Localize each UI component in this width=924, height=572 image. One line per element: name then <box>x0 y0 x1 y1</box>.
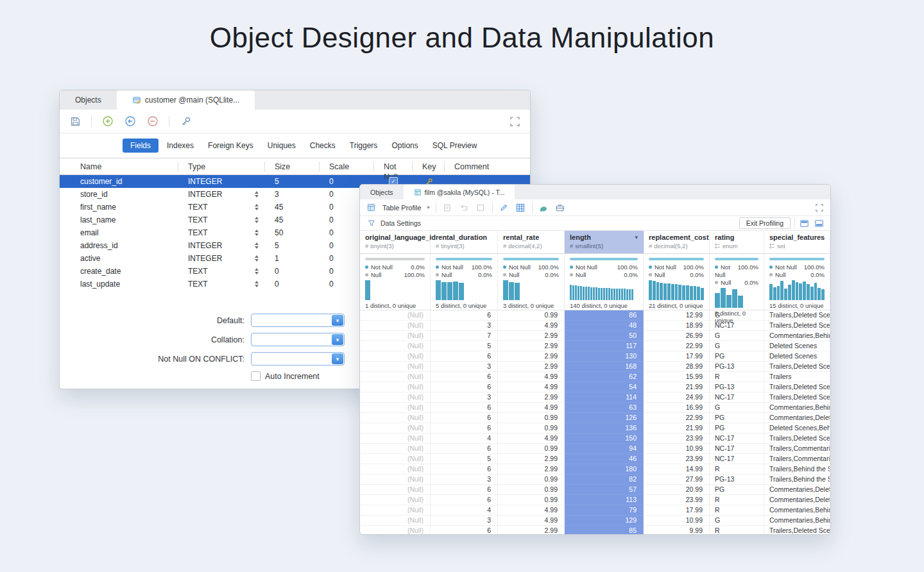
table-row[interactable]: (Null)32.9916828.99PG-13Trailers,Deleted… <box>360 362 830 372</box>
cell-special-features: Commentaries,Behind th <box>764 331 830 341</box>
table-row[interactable]: (Null)34.9912910.99GCommentaries,Behind … <box>360 516 830 526</box>
table-profile-label[interactable]: Table Profile <box>382 204 422 212</box>
collation-dropdown[interactable]: ▾ <box>251 333 345 346</box>
cell-special-features: Commentaries,Behind th <box>764 505 830 515</box>
show-top-panel-icon[interactable] <box>799 218 810 229</box>
field-type-value: TEXT <box>188 267 208 276</box>
type-spinner[interactable] <box>255 230 259 236</box>
auto-increment-checkbox[interactable] <box>251 371 261 381</box>
column-name: rental_rate <box>503 233 559 241</box>
cell-rating: G <box>710 341 764 351</box>
chevron-down-icon[interactable]: ▾ <box>332 353 343 364</box>
subtab-uniques[interactable]: Uniques <box>262 139 302 153</box>
type-spinner[interactable] <box>255 281 259 287</box>
table-row[interactable]: (Null)44.9915023.99NC-17Trailers,Deleted… <box>360 433 830 444</box>
field-type-cell: TEXT <box>178 228 265 237</box>
save-icon[interactable] <box>69 115 81 128</box>
primary-key-icon[interactable] <box>179 115 192 128</box>
cell-rental-duration: 5 <box>431 341 498 351</box>
column-header-rental_duration[interactable]: rental_duration#tinyint(3) <box>431 231 498 253</box>
cell-length: 129 <box>565 516 644 526</box>
table-row[interactable]: (Null)44.997917.99RCommentaries,Behind t… <box>360 505 830 516</box>
table-row[interactable]: (Null)62.9913017.99PGDeleted Scenes <box>360 351 830 362</box>
table-row[interactable]: (Null)72.995026.99GCommentaries,Behind t… <box>360 331 830 341</box>
exit-profiling-button[interactable]: Exit Profiling <box>739 217 791 229</box>
field-size-cell: 3 <box>265 190 320 199</box>
column-header-original_language_id[interactable]: original_language_id#tinyint(3) <box>360 231 431 253</box>
type-spinner[interactable] <box>255 268 259 274</box>
type-spinner[interactable] <box>255 255 259 262</box>
not-null-on-conflict-dropdown[interactable]: ▾ <box>251 352 345 366</box>
column-header-rental_rate[interactable]: rental_rate#decimal(4,2) <box>498 231 565 253</box>
table-row[interactable]: (Null)60.998612.99GTrailers,Deleted Scen… <box>360 310 830 321</box>
tools-menu-icon[interactable] <box>555 202 566 213</box>
profile-cell-rental_rate: Not Null100.0%Null0.0%3 distinct, 0 uniq… <box>498 254 565 310</box>
grid-view-icon[interactable] <box>515 202 526 213</box>
subtab-fields[interactable]: Fields <box>123 139 158 153</box>
table-row[interactable]: (Null)62.99859.99RTrailers,Deleted Scene… <box>360 526 830 535</box>
type-spinner[interactable] <box>255 204 259 210</box>
table-row[interactable]: (Null)64.996215.99RTrailers <box>360 372 830 382</box>
designer-tab-1[interactable]: customer @main (SQLlite... <box>117 90 255 110</box>
insert-field-icon[interactable] <box>124 115 137 128</box>
cell-length: 48 <box>565 321 644 331</box>
designer-tab-0[interactable]: Objects <box>60 90 117 110</box>
null-pct: 100.0% <box>404 271 425 279</box>
cell-special-features: Deleted Scenes <box>764 351 830 361</box>
table-row[interactable]: (Null)62.9918014.99RTrailers,Behind the … <box>360 464 830 475</box>
column-header-special_features[interactable]: special_featuresset <box>764 231 830 253</box>
cell-rental-rate: 4.99 <box>498 321 565 330</box>
cell-special-features: Commentaries,Behind th <box>764 403 830 412</box>
chevron-down-icon[interactable]: ▾ <box>332 334 343 345</box>
field-size-cell: 50 <box>265 228 320 237</box>
not-null-dot-icon <box>715 265 718 269</box>
chevron-down-icon[interactable]: ▾ <box>635 234 638 240</box>
delete-field-icon[interactable] <box>146 115 159 128</box>
fullscreen-icon[interactable] <box>814 202 825 213</box>
table-row[interactable]: (Null)34.994818.99NC-17Trailers,Deleted … <box>360 321 830 331</box>
table-row[interactable]: (Null)60.9912622.99PGCommentaries,Delete… <box>360 413 830 423</box>
table-row[interactable]: (Null)52.9911722.99GDeleted Scenes <box>360 341 830 351</box>
profiler-tab-0[interactable]: Objects <box>360 185 404 199</box>
subtab-triggers[interactable]: Triggers <box>344 139 384 153</box>
column-header-replacement_cost[interactable]: replacement_cost#decimal(5,2) <box>644 231 710 253</box>
table-row[interactable]: (Null)60.999410.99NC-17Trailers,Commenta… <box>360 444 830 454</box>
cell-rental-rate: 2.99 <box>498 331 565 341</box>
table-row[interactable]: (Null)60.9913621.99PGDeleted Scenes,Behi… <box>360 423 830 433</box>
chevron-down-icon[interactable]: ▾ <box>332 315 343 326</box>
subtab-foreign-keys[interactable]: Foreign Keys <box>202 139 259 153</box>
apply-changes-icon[interactable] <box>442 202 453 213</box>
fullscreen-icon[interactable] <box>508 115 521 128</box>
edit-icon[interactable] <box>499 202 509 213</box>
table-row[interactable]: (Null)52.994623.99NC-17Trailers,Commenta… <box>360 454 830 464</box>
subtab-options[interactable]: Options <box>386 139 424 153</box>
cell-original-language-id: (Null) <box>360 433 431 443</box>
default-dropdown[interactable]: ▾ <box>251 314 345 327</box>
column-header-rating[interactable]: ratingenum <box>710 231 764 253</box>
not-null-dot-icon <box>769 265 773 269</box>
data-settings-label[interactable]: Data Settings <box>381 219 421 227</box>
export-wizard-icon[interactable] <box>538 202 549 213</box>
stop-icon[interactable] <box>475 202 486 213</box>
table-row[interactable]: (Null)64.996316.99GCommentaries,Behind t… <box>360 403 830 413</box>
show-bottom-panel-icon[interactable] <box>814 218 825 229</box>
subtab-checks[interactable]: Checks <box>304 139 341 153</box>
distinct-count: 1 distinct, 0 unique <box>365 302 425 309</box>
column-header-length[interactable]: length▾#smallint(5) <box>565 231 644 253</box>
table-row[interactable]: (Null)64.995421.99PG-13Trailers,Deleted … <box>360 382 830 392</box>
table-row[interactable]: (Null)60.995720.99PGCommentaries,Deleted… <box>360 485 830 495</box>
subtab-indexes[interactable]: Indexes <box>161 139 200 153</box>
add-field-icon[interactable] <box>101 115 114 128</box>
subtab-sql-preview[interactable]: SQL Preview <box>427 139 483 153</box>
cell-length: 168 <box>565 362 644 372</box>
field-size-cell: 45 <box>265 215 320 224</box>
table-row[interactable]: (Null)60.9911323.99RCommentaries,Deleted… <box>360 495 830 505</box>
type-spinner[interactable] <box>255 191 259 198</box>
type-spinner[interactable] <box>255 217 259 223</box>
revert-changes-icon[interactable] <box>459 202 470 213</box>
table-row[interactable]: (Null)30.998227.99PG-13Trailers,Behind t… <box>360 475 830 485</box>
type-spinner[interactable] <box>255 242 259 249</box>
table-row[interactable]: (Null)32.9911424.99NC-17Trailers,Deleted… <box>360 392 830 403</box>
profiler-tab-1[interactable]: film @sakila (MySQL) - T... <box>404 185 515 199</box>
chevron-down-icon[interactable]: ▾ <box>427 205 430 210</box>
